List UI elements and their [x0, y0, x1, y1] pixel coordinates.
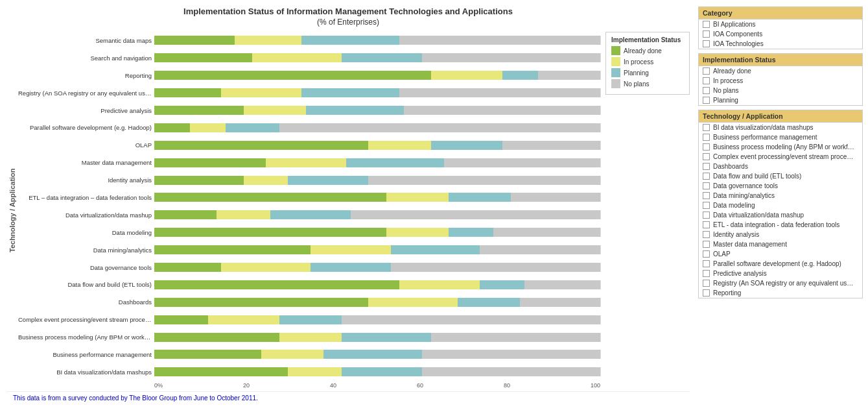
bar-track: [154, 298, 600, 307]
category-item[interactable]: IOA Components: [699, 29, 862, 39]
segment-no-plans: [520, 298, 600, 307]
tech-app-item[interactable]: Registry (An SOA registry or any equival…: [699, 278, 862, 288]
impl-status-label: Planning: [713, 97, 738, 104]
legend-label: Already done: [624, 47, 662, 55]
tech-app-item[interactable]: Data modeling: [699, 200, 862, 210]
tech-app-item[interactable]: Data governance tools: [699, 181, 862, 191]
bar-track-wrapper: [154, 210, 600, 219]
category-item[interactable]: BI Applications: [699, 19, 862, 29]
main-chart: Semantic data mapsSearch and navigationR…: [18, 32, 690, 389]
tech-app-checkbox[interactable]: [703, 212, 710, 219]
tech-app-label: Complex event processing/event stream pr…: [713, 153, 856, 160]
bar-track-wrapper: [154, 53, 600, 62]
tech-app-item[interactable]: Complex event processing/event stream pr…: [699, 152, 862, 162]
tech-app-item[interactable]: Data mining/analytics: [699, 191, 862, 200]
segment-planning: [306, 106, 404, 115]
tech-app-item[interactable]: Business process modeling (Any BPM or wo…: [699, 142, 862, 152]
tech-app-item[interactable]: Data virtualization/data mashup: [699, 210, 862, 220]
tech-app-checkbox[interactable]: [703, 260, 710, 267]
bar-label: Parallel software development (e.g. Hado…: [18, 124, 154, 131]
tech-app-item[interactable]: Dashboards: [699, 162, 862, 171]
tech-app-checkbox[interactable]: [703, 221, 710, 228]
chart-title: Implementation Status of Information Man…: [6, 6, 690, 16]
tech-app-item[interactable]: OLAP: [699, 249, 862, 259]
segment-no-plans: [391, 263, 600, 272]
tech-app-checkbox[interactable]: [703, 134, 710, 141]
tech-app-label: Predictive analysis: [713, 270, 767, 277]
bar-row: Business process modeling (Any BPM or wo…: [18, 330, 600, 345]
bar-track: [154, 280, 600, 289]
segment-no-plans: [493, 228, 600, 237]
tech-app-label: Data flow and build (ETL tools): [713, 173, 801, 180]
segment-planning: [270, 210, 351, 219]
bar-row: ETL – data integration – data federation…: [18, 190, 600, 204]
tech-app-label: Reporting: [713, 289, 741, 297]
tech-app-item[interactable]: ETL - data integration - data federation…: [699, 220, 862, 230]
segment-in-process: [221, 263, 311, 272]
segment-in-process: [399, 280, 480, 289]
bar-track-wrapper: [154, 298, 600, 307]
bar-track-wrapper: [154, 176, 600, 185]
category-checkbox[interactable]: [703, 30, 710, 38]
tech-app-item[interactable]: Master data management: [699, 239, 862, 249]
impl-status-checkbox[interactable]: [703, 97, 710, 104]
category-item[interactable]: IOA Technologies: [699, 39, 862, 49]
segment-already-done: [154, 123, 190, 132]
tech-app-item[interactable]: Data flow and build (ETL tools): [699, 171, 862, 181]
segment-planning: [480, 280, 524, 289]
tech-app-item[interactable]: BI data visualization/data mashups: [699, 123, 862, 132]
impl-status-section: Implementation Status Already doneIn pro…: [698, 53, 863, 106]
tech-app-checkbox[interactable]: [703, 143, 710, 151]
tech-app-checkbox[interactable]: [703, 153, 710, 160]
segment-no-plans: [524, 280, 600, 289]
legend-label: In process: [624, 58, 653, 66]
impl-status-item[interactable]: In process: [699, 76, 862, 86]
segment-in-process: [386, 193, 449, 202]
tech-app-checkbox[interactable]: [703, 182, 710, 189]
impl-status-checkbox[interactable]: [703, 67, 710, 75]
impl-status-label: Already done: [713, 67, 751, 75]
segment-already-done: [154, 71, 431, 80]
bar-row: Reporting: [18, 68, 600, 82]
tech-app-checkbox[interactable]: [703, 202, 710, 209]
tech-app-checkbox[interactable]: [703, 241, 710, 248]
bar-track: [154, 71, 600, 80]
tech-app-checkbox[interactable]: [703, 280, 710, 287]
bar-track: [154, 123, 600, 132]
impl-status-item[interactable]: Planning: [699, 95, 862, 105]
segment-planning: [502, 71, 538, 80]
tech-app-item[interactable]: Predictive analysis: [699, 269, 862, 278]
bar-row: Business performance management: [18, 347, 600, 361]
tech-app-checkbox[interactable]: [703, 270, 710, 277]
tech-app-item[interactable]: Parallel software development (e.g. Hado…: [699, 259, 862, 269]
tech-app-label: Data mining/analytics: [713, 192, 775, 199]
tech-app-checkbox[interactable]: [703, 173, 710, 180]
tech-app-checkbox[interactable]: [703, 192, 710, 199]
tech-app-checkbox[interactable]: [703, 163, 710, 170]
tech-app-item[interactable]: Identity analysis: [699, 230, 862, 239]
bar-track: [154, 106, 600, 115]
impl-status-item[interactable]: No plans: [699, 86, 862, 95]
segment-already-done: [154, 106, 244, 115]
tech-app-checkbox[interactable]: [703, 231, 710, 238]
tech-app-checkbox[interactable]: [703, 124, 710, 131]
impl-status-item[interactable]: Already done: [699, 66, 862, 76]
segment-planning: [449, 193, 511, 202]
tech-app-checkbox[interactable]: [703, 289, 710, 297]
tech-app-checkbox[interactable]: [703, 250, 710, 258]
category-checkbox[interactable]: [703, 21, 710, 28]
bar-track: [154, 158, 600, 167]
bar-label: Master data management: [18, 159, 154, 166]
tech-app-label: Identity analysis: [713, 231, 759, 238]
impl-status-checkbox[interactable]: [703, 87, 710, 94]
tech-app-item[interactable]: Business performance management: [699, 132, 862, 142]
bar-label: Complex event processing/event stream pr…: [18, 316, 154, 323]
impl-status-checkbox[interactable]: [703, 77, 710, 84]
bar-row: Master data management: [18, 156, 600, 170]
tech-app-item[interactable]: Reporting: [699, 288, 862, 298]
segment-no-plans: [422, 367, 600, 376]
bar-track-wrapper: [154, 367, 600, 376]
bar-track: [154, 210, 600, 219]
category-checkbox[interactable]: [703, 40, 710, 47]
bar-track-wrapper: [154, 71, 600, 80]
